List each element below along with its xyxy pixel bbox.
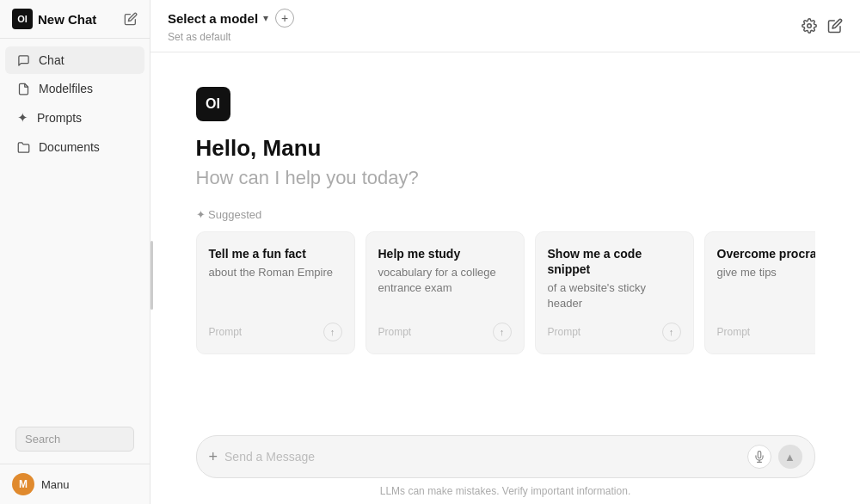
model-select-button[interactable]: Select a model ▾ [168, 11, 268, 26]
subgreeting-text: How can I help you today? [196, 167, 815, 189]
modelfiles-icon [17, 83, 30, 95]
chat-icon [17, 54, 30, 67]
card-procrastination[interactable]: Overcome procrast give me tips Prompt ↑ [704, 231, 815, 354]
new-chat-button[interactable] [124, 12, 138, 26]
sidebar-item-documents[interactable]: Documents [5, 133, 144, 161]
attach-button[interactable]: + [209, 448, 218, 466]
chat-input[interactable] [224, 450, 740, 464]
card-vocabulary[interactable]: Help me study vocabulary for a college e… [366, 231, 525, 354]
mic-button[interactable] [747, 445, 771, 469]
sidebar-header: OI New Chat [0, 0, 150, 39]
card-prompt-label: Prompt [717, 326, 751, 338]
brand-icon: OI [196, 87, 230, 121]
card-footer: Prompt ↑ [717, 323, 815, 341]
suggested-label: ✦ Suggested [196, 208, 815, 221]
card-sub: vocabulary for a college entrance exam [378, 265, 512, 295]
svg-point-0 [808, 24, 812, 28]
sidebar: OI New Chat Chat Modelfiles ✦ Prompts [0, 0, 150, 504]
sidebar-nav: Chat Modelfiles ✦ Prompts Documents [0, 39, 150, 418]
card-code-snippet[interactable]: Show me a code snippet of a website's st… [535, 231, 694, 354]
card-prompt-label: Prompt [378, 326, 412, 338]
card-arrow-icon: ↑ [662, 323, 681, 341]
center-content: OI Hello, Manu How can I help you today?… [196, 87, 815, 354]
card-prompt-label: Prompt [548, 326, 581, 338]
sidebar-prompts-label: Prompts [37, 111, 82, 125]
edit-button[interactable] [827, 18, 843, 34]
footer-notice: LLMs can make mistakes. Verify important… [380, 485, 630, 497]
sidebar-footer: M Manu [0, 464, 150, 504]
main-body: OI Hello, Manu How can I help you today?… [150, 52, 860, 425]
sidebar-modelfiles-label: Modelfiles [39, 82, 93, 95]
sidebar-item-chat[interactable]: Chat [5, 46, 144, 74]
card-sub: of a website's sticky header [548, 280, 681, 310]
model-selector-row: Select a model ▾ + [168, 9, 294, 28]
prompts-icon: ✦ [17, 110, 28, 126]
avatar: M [12, 473, 34, 495]
user-name: Manu [41, 478, 70, 491]
new-chat-label: New Chat [38, 12, 96, 27]
sidebar-item-prompts[interactable]: ✦ Prompts [5, 103, 144, 132]
card-footer: Prompt ↑ [378, 323, 512, 341]
card-arrow-icon: ↑ [323, 323, 342, 341]
main-footer: + ▲ LLMs can make mistakes. Verify impor… [150, 425, 860, 504]
card-roman-empire[interactable]: Tell me a fun fact about the Roman Empir… [196, 231, 355, 354]
chat-input-row: + ▲ [196, 435, 815, 478]
sidebar-logo: OI New Chat [12, 9, 96, 29]
send-button[interactable]: ▲ [778, 445, 802, 469]
settings-button[interactable] [802, 18, 817, 34]
logo-icon: OI [12, 9, 33, 29]
card-title: Tell me a fun fact [209, 246, 342, 261]
sidebar-documents-label: Documents [39, 140, 100, 154]
greeting-text: Hello, Manu [196, 135, 815, 162]
card-title: Overcome procrast [717, 246, 815, 261]
search-input[interactable] [15, 427, 134, 452]
card-prompt-label: Prompt [209, 326, 243, 338]
sidebar-search-container [7, 421, 143, 457]
card-title: Help me study [378, 246, 512, 261]
add-model-button[interactable]: + [275, 9, 294, 28]
card-sub: about the Roman Empire [209, 265, 342, 280]
set-default-label[interactable]: Set as default [168, 31, 294, 43]
card-footer: Prompt ↑ [548, 323, 681, 341]
sidebar-chat-label: Chat [39, 53, 64, 67]
model-selector-group: Select a model ▾ + Set as default [168, 9, 294, 43]
main-header: Select a model ▾ + Set as default [150, 0, 860, 52]
documents-icon [17, 141, 30, 154]
card-title: Show me a code snippet [548, 246, 681, 277]
header-icons [802, 18, 843, 34]
chevron-down-icon: ▾ [263, 12, 268, 24]
suggestion-cards: Tell me a fun fact about the Roman Empir… [196, 231, 815, 354]
sidebar-item-modelfiles[interactable]: Modelfiles [5, 75, 144, 102]
card-arrow-icon: ↑ [493, 323, 512, 341]
model-select-label: Select a model [168, 11, 258, 26]
card-footer: Prompt ↑ [209, 323, 342, 341]
card-sub: give me tips [717, 265, 815, 280]
main-panel: Select a model ▾ + Set as default [150, 0, 860, 504]
